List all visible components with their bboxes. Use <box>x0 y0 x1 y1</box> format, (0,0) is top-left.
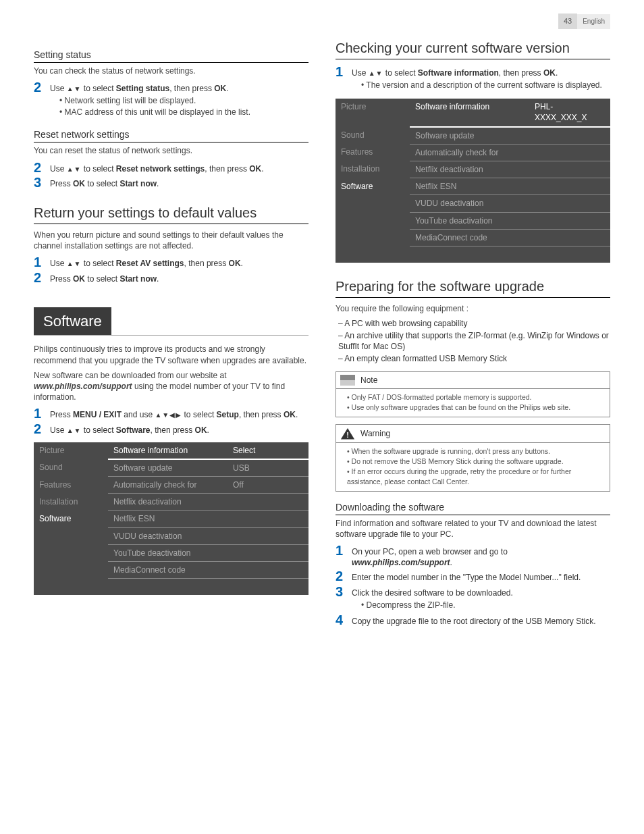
heading-setting-status: Setting status <box>34 49 308 63</box>
menu-row-value <box>227 544 308 561</box>
step-number: 1 <box>34 407 43 420</box>
step-body: On your PC, open a web browser and go to… <box>352 544 610 568</box>
updown-icon: ▲▼ <box>369 70 383 77</box>
menu-row-label: Software update <box>108 459 227 477</box>
heading-reset-network: Reset network settings <box>34 128 308 142</box>
software-intro-1: Philips continuously tries to improve it… <box>34 344 308 365</box>
menu-row-label: Netflix ESN <box>108 511 227 527</box>
menu-side-item: Software <box>34 511 108 527</box>
menu-row-value <box>529 229 610 246</box>
software-intro-2: New software can be downloaded from our … <box>34 370 308 403</box>
menu-side-item <box>336 195 410 212</box>
menu-row-value: USB <box>227 459 308 477</box>
step-body: Use ▲▼ to select Reset AV settings, then… <box>50 255 308 269</box>
menu-row-label: Automatically check for <box>108 477 227 494</box>
step-number: 4 <box>336 613 345 627</box>
menu-row-value <box>529 144 610 161</box>
warning-box: ! Warning When the software upgrade is r… <box>336 424 610 492</box>
dash-item: An empty clean formatted USB Memory Stic… <box>338 353 610 364</box>
step-body: Enter the model number in the "Type the … <box>352 569 610 583</box>
step-body: Press OK to select Start now. <box>50 176 308 189</box>
menu-side-item <box>34 562 108 579</box>
menu-row-value <box>227 562 308 579</box>
menu-row-label: Software information <box>410 99 529 126</box>
menu-row-value <box>227 494 308 511</box>
language-label: English <box>577 14 610 29</box>
step-body: Use ▲▼ to select Setting status, then pr… <box>50 80 308 120</box>
menu-row-value <box>529 161 610 178</box>
updown-icon: ▲▼ <box>67 85 82 93</box>
step-number: 3 <box>34 176 43 189</box>
menu-row-label: Software update <box>410 127 529 145</box>
reset-network-desc: You can reset the status of network sett… <box>34 145 308 156</box>
step-body: Copy the upgrade file to the root direct… <box>352 613 610 627</box>
support-url: www.philips.com/support <box>34 382 132 391</box>
step-body: Use ▲▼ to select Reset network settings,… <box>50 161 308 174</box>
menu-row-value: PHL-XXXX_XXX_X <box>529 99 610 126</box>
dash-item: An archive utility that supports the ZIP… <box>338 330 610 352</box>
menu-side-item: Picture <box>34 442 108 459</box>
menu-row-label: VUDU deactivation <box>108 527 227 544</box>
warning-title: Warning <box>360 428 390 439</box>
step-number: 1 <box>336 65 345 78</box>
heading-preparing-upgrade: Preparing for the software upgrade <box>336 278 610 298</box>
setting-status-desc: You can check the status of network sett… <box>34 66 308 76</box>
menu-row-label: Software information <box>108 442 227 459</box>
step-body: Click the desired software to be downloa… <box>352 585 610 612</box>
warning-bullet: Do not remove the USB Memory Stick durin… <box>347 457 603 466</box>
menu-row-label: Automatically check for <box>410 144 529 161</box>
dash-item: A PC with web browsing capability <box>338 318 610 329</box>
note-bullet: Use only software upgrades that can be f… <box>347 402 603 412</box>
updown-icon: ▲▼ <box>67 427 82 434</box>
menu-row-value <box>227 527 308 544</box>
support-url: www.philips.com/support <box>352 558 450 567</box>
menu-side-item: Features <box>34 477 108 494</box>
bullet: Network setting list will be displayed. <box>59 95 308 106</box>
step-number: 1 <box>336 544 345 557</box>
step-number: 2 <box>336 569 345 583</box>
software-info-menu-table: PictureSoftware informationPHL-XXXX_XXX_… <box>336 99 610 262</box>
menu-row-label: YouTube deactivation <box>410 212 529 229</box>
updown-icon: ▲▼ <box>67 260 82 267</box>
menu-side-item: Features <box>336 144 410 161</box>
left-column: Setting status You can check the status … <box>34 39 308 629</box>
warning-icon: ! <box>340 427 355 440</box>
menu-row-value <box>529 178 610 195</box>
note-title: Note <box>360 375 377 386</box>
arrows-icon: ▲▼◀▶ <box>155 411 182 419</box>
menu-row-label: VUDU deactivation <box>410 195 529 212</box>
menu-side-item <box>336 229 410 246</box>
bullet: The version and a description of the cur… <box>361 80 610 90</box>
step-body: Use ▲▼ to select Software information, t… <box>352 65 610 92</box>
step-number: 2 <box>34 80 43 94</box>
note-box: Note Only FAT / DOS-formatted portable m… <box>336 371 610 418</box>
note-icon <box>340 375 355 386</box>
menu-side-item <box>336 212 410 229</box>
menu-row-label: Netflix deactivation <box>108 494 227 511</box>
note-bullet: Only FAT / DOS-formatted portable memory… <box>347 392 603 402</box>
menu-side-item <box>34 527 108 544</box>
menu-side-item: Picture <box>336 99 410 126</box>
page-header: 43English <box>34 14 610 29</box>
menu-side-item: Sound <box>336 127 410 145</box>
warning-bullet: When the software upgrade is running, do… <box>347 446 603 456</box>
software-menu-table: PictureSoftware informationSelectSoundSo… <box>34 442 308 595</box>
menu-side-item <box>34 544 108 561</box>
menu-row-value: Off <box>227 477 308 494</box>
download-desc: Find information and software related to… <box>336 518 610 540</box>
menu-row-label: Netflix ESN <box>410 178 529 195</box>
menu-row-label: MediaConnect code <box>108 562 227 579</box>
heading-downloading: Downloading the software <box>336 501 610 515</box>
bullet: Decompress the ZIP-file. <box>361 600 610 610</box>
right-column: Checking your current software version 1… <box>336 39 610 629</box>
warning-bullet: If an error occurs during the upgrade, r… <box>347 467 603 486</box>
step-body: Press MENU / EXIT and use ▲▼◀▶ to select… <box>50 407 308 420</box>
software-banner: Software <box>34 307 111 336</box>
menu-row-label: YouTube deactivation <box>108 544 227 561</box>
step-body: Press OK to select Start now. <box>50 271 308 284</box>
menu-row-label: MediaConnect code <box>410 229 529 246</box>
step-number: 2 <box>34 422 43 436</box>
defaults-desc: When you return picture and sound settin… <box>34 230 308 251</box>
menu-side-item: Sound <box>34 459 108 477</box>
page-number: 43 <box>558 14 577 29</box>
